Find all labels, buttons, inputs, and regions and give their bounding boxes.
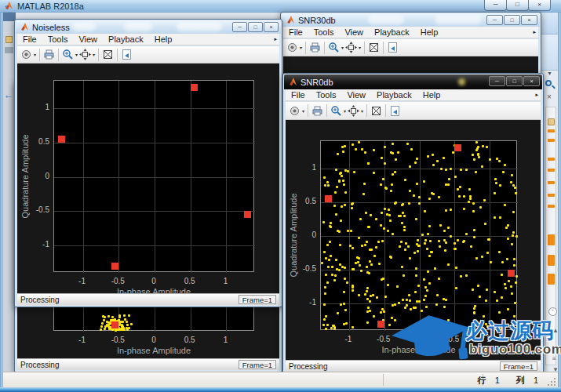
- window-titlebar[interactable]: Noiseless ─ □ ×: [16, 20, 281, 34]
- scope-window-noiseless[interactable]: Noiseless ─ □ × FileToolsViewPlaybackHel…: [14, 19, 282, 307]
- menu-tools[interactable]: Tools: [42, 34, 74, 44]
- window-titlebar[interactable]: SNR30db ─ □ ×: [282, 13, 540, 27]
- close-button[interactable]: ×: [521, 15, 537, 25]
- scatter-dot: [450, 168, 452, 170]
- main-titlebar[interactable]: MATLAB R2018a: [0, 0, 561, 13]
- minimize-button[interactable]: ─: [484, 0, 507, 11]
- scatter-dot: [341, 175, 343, 177]
- scatter-dot: [326, 324, 329, 326]
- snapshot-icon[interactable]: [386, 41, 399, 54]
- maximize-button[interactable]: □: [248, 22, 263, 32]
- maximize-button[interactable]: □: [504, 15, 520, 25]
- maximize-button[interactable]: □: [506, 0, 529, 11]
- menu-overflow-icon[interactable]: ▸: [535, 92, 538, 98]
- constellation-marker: [111, 321, 118, 328]
- scatter-dot: [384, 162, 386, 165]
- pan-fit-icon[interactable]: [344, 41, 358, 54]
- menu-tools[interactable]: Tools: [308, 27, 340, 37]
- scatter-dot: [392, 173, 394, 176]
- plot-axes: [53, 80, 254, 272]
- minimize-button[interactable]: ─: [232, 22, 247, 32]
- y-tick-label: 0.5: [38, 137, 49, 146]
- menu-help[interactable]: Help: [417, 90, 446, 100]
- resize-grip[interactable]: [546, 376, 556, 386]
- snapshot-icon[interactable]: [388, 104, 402, 118]
- pan-fit-icon[interactable]: [78, 48, 92, 61]
- menu-overflow-icon[interactable]: ▸: [533, 29, 536, 35]
- maximize-axes-icon[interactable]: [370, 104, 383, 118]
- print-icon[interactable]: [311, 104, 324, 118]
- zoom-in-icon[interactable]: [61, 48, 75, 61]
- scatter-dot: [403, 215, 406, 217]
- dropdown-arrow-icon[interactable]: ▾: [75, 52, 78, 57]
- scatter-dot: [363, 183, 366, 185]
- close-icon[interactable]: ×: [547, 93, 552, 101]
- scope-settings-icon[interactable]: [286, 41, 299, 54]
- x-axis-label: In-phase Amplitude: [117, 287, 191, 293]
- menu-playback[interactable]: Playback: [371, 90, 417, 100]
- menu-help[interactable]: Help: [149, 34, 178, 44]
- scope-settings-icon[interactable]: [20, 48, 33, 61]
- scatter-dot: [482, 145, 484, 147]
- menu-tools[interactable]: Tools: [311, 90, 342, 100]
- menubar: FileToolsViewPlaybackHelp▸: [286, 89, 541, 101]
- dropdown-arrow-icon[interactable]: ▾: [344, 108, 346, 114]
- y-tick-label: -0.5: [303, 264, 316, 273]
- snapshot-icon[interactable]: [120, 48, 133, 61]
- minimize-button[interactable]: ─: [486, 15, 503, 25]
- row-label: 行: [478, 376, 487, 385]
- scatter-dot: [327, 266, 330, 268]
- scatter-dot: [430, 251, 432, 253]
- scatter-dot: [364, 244, 366, 246]
- print-icon[interactable]: [42, 48, 56, 61]
- menu-view[interactable]: View: [339, 27, 369, 37]
- menu-view[interactable]: View: [73, 34, 103, 44]
- close-button[interactable]: ×: [523, 76, 540, 86]
- scope-settings-icon[interactable]: [288, 104, 301, 118]
- toolbar-separator: [39, 49, 40, 61]
- close-button[interactable]: ×: [528, 0, 551, 11]
- menu-view[interactable]: View: [341, 90, 371, 100]
- scatter-dot: [435, 303, 438, 306]
- zoom-in-icon[interactable]: [330, 104, 343, 118]
- menu-file[interactable]: File: [286, 90, 311, 100]
- gridline-horizontal: [321, 303, 518, 304]
- scatter-dot: [330, 327, 333, 329]
- dropdown-arrow-icon[interactable]: ▾: [341, 45, 344, 50]
- zoom-in-icon[interactable]: [327, 41, 341, 54]
- dropdown-arrow-icon[interactable]: ▾: [359, 45, 361, 50]
- search-icon[interactable]: [545, 80, 552, 86]
- menu-overflow-icon[interactable]: ▸: [274, 36, 277, 42]
- print-icon[interactable]: [308, 41, 322, 54]
- pan-fit-icon[interactable]: [347, 104, 360, 118]
- dropdown-arrow-icon[interactable]: ▾: [93, 52, 95, 57]
- close-button[interactable]: ×: [264, 22, 279, 32]
- x-tick-label: 1: [224, 336, 228, 344]
- dropdown-arrow-icon[interactable]: ▾: [361, 108, 363, 114]
- window-titlebar[interactable]: SNR0db ─ □ ×: [284, 74, 542, 89]
- menu-playback[interactable]: Playback: [369, 27, 415, 37]
- panel-overflow-icon[interactable]: ▼: [547, 71, 552, 76]
- back-arrow-icon[interactable]: ←: [4, 89, 13, 100]
- dropdown-arrow-icon[interactable]: ▾: [34, 52, 36, 57]
- matlab-icon: [286, 16, 295, 24]
- constellation-marker: [377, 321, 384, 328]
- scatter-dot: [424, 239, 427, 241]
- y-tick-label: 0: [311, 230, 316, 239]
- menu-file[interactable]: File: [17, 34, 42, 44]
- scatter-dot: [404, 249, 406, 251]
- menu-file[interactable]: File: [283, 27, 308, 37]
- maximize-axes-icon[interactable]: [367, 41, 381, 54]
- menu-playback[interactable]: Playback: [103, 34, 149, 44]
- dropdown-arrow-icon[interactable]: ▾: [300, 45, 302, 50]
- maximize-axes-icon[interactable]: [101, 48, 115, 61]
- scatter-dot: [360, 270, 362, 272]
- scatter-dot: [392, 143, 394, 145]
- scatter-dot: [107, 315, 110, 318]
- maximize-button[interactable]: □: [506, 76, 523, 86]
- menu-help[interactable]: Help: [415, 27, 444, 37]
- warning-mark: [548, 139, 555, 142]
- dropdown-arrow-icon[interactable]: ▾: [302, 108, 304, 114]
- minimize-button[interactable]: ─: [489, 76, 505, 86]
- scatter-dot: [514, 302, 516, 304]
